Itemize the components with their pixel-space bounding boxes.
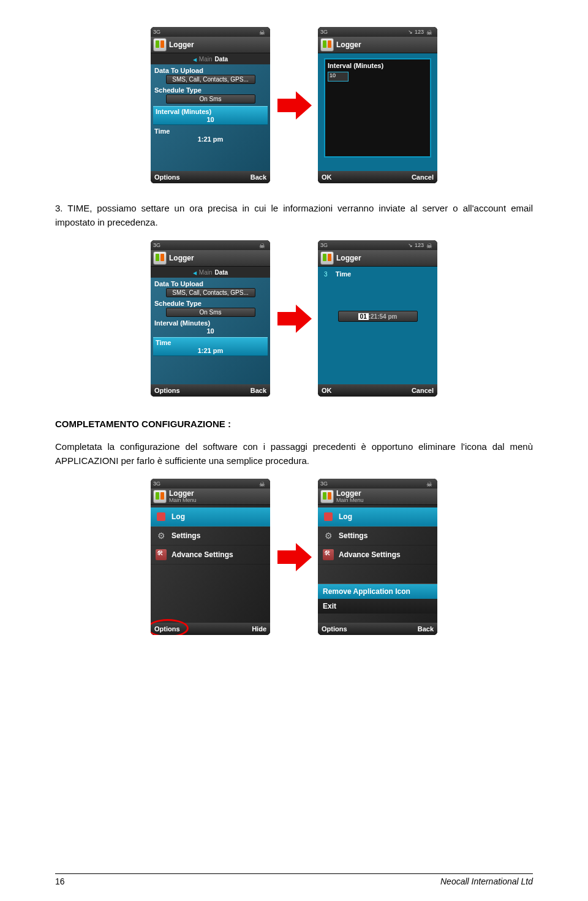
tab-label-data[interactable]: Data	[215, 56, 228, 63]
tab-arrow-left-icon[interactable]	[193, 269, 197, 276]
time-rest: :21:54 pm	[369, 313, 398, 320]
svg-marker-0	[277, 91, 312, 120]
time-editor[interactable]: 01:21:54 pm	[319, 311, 436, 322]
network-indicator: 3G	[320, 479, 328, 489]
softkey-ok[interactable]: OK	[322, 173, 332, 181]
tab-label-main[interactable]: Main	[199, 56, 213, 63]
field-time-selected[interactable]: Time 1:21 pm	[153, 337, 268, 356]
input-mode-indicator: ↘ 123	[408, 240, 424, 250]
value-time: 1:21 pm	[154, 347, 266, 354]
tab-label-main[interactable]: Main	[199, 269, 213, 276]
annotation-circle	[151, 619, 189, 635]
tab-label-data[interactable]: Data	[215, 269, 228, 276]
menu-item-settings[interactable]: Settings	[318, 527, 437, 546]
form-body: Data To Upload SMS, Call, Contacts, GPS.…	[151, 64, 270, 174]
menu-item-advance-settings[interactable]: Advance Settings	[151, 546, 270, 565]
settings-icon	[323, 530, 334, 541]
label-schedule-type: Schedule Type	[153, 86, 268, 94]
annotation-arrow-icon	[275, 301, 313, 336]
status-icon	[426, 28, 434, 35]
log-icon	[323, 511, 334, 522]
app-title: Logger	[169, 41, 194, 48]
network-indicator: 3G	[320, 240, 328, 250]
advance-settings-icon	[156, 549, 167, 560]
section-heading: COMPLETAMENTO CONFIGURAZIONE :	[55, 419, 533, 429]
softkey-cancel[interactable]: Cancel	[412, 387, 434, 394]
value-interval: 10	[154, 116, 266, 123]
softkey-options[interactable]: Options	[154, 173, 180, 181]
app-icon	[320, 490, 334, 503]
softkey-cancel[interactable]: Cancel	[412, 173, 434, 181]
screenshot-c-right: 3G Logger Main Menu Log Settings Advance…	[318, 479, 437, 635]
page-footer: 16 Neocall International Ltd	[55, 873, 533, 886]
advance-settings-icon	[323, 549, 334, 560]
popup-exit[interactable]: Exit	[318, 599, 437, 614]
field-interval-selected[interactable]: Interval (Minutes) 10	[153, 106, 268, 125]
value-data-to-upload[interactable]: SMS, Call, Contacts, GPS...	[166, 75, 255, 84]
paragraph-completion: Completata la configurazione del softwar…	[55, 440, 533, 468]
interval-input[interactable]: 10	[328, 72, 349, 82]
screenshot-a-left: 3G Logger Main Data Data To Upload SMS, …	[151, 27, 270, 183]
paragraph-time-description: 3. TIME, possiamo settare un ora precisa…	[55, 202, 533, 229]
label-schedule-type: Schedule Type	[153, 300, 268, 307]
value-interval: 10	[153, 327, 268, 335]
page-number: 16	[55, 876, 65, 886]
interval-input-editor[interactable]: Interval (Minutes) 10	[324, 58, 431, 158]
title-bar: Logger	[151, 37, 270, 53]
app-title: Logger	[336, 40, 361, 49]
status-icon	[426, 479, 434, 487]
menu-item-log[interactable]: Log	[151, 508, 270, 527]
app-icon	[153, 251, 167, 265]
app-icon	[153, 38, 167, 51]
label-time: Time	[153, 127, 268, 135]
line-index: 3	[324, 271, 328, 278]
menu-item-advance-settings[interactable]: Advance Settings	[318, 546, 437, 565]
value-schedule-type[interactable]: On Sms	[166, 308, 255, 317]
input-mode-indicator: ↘ 123	[408, 27, 424, 37]
title-bar: Logger	[318, 37, 437, 53]
annotation-arrow-icon	[275, 539, 313, 575]
status-bar: 3G ↘ 123	[318, 27, 437, 37]
status-icon	[426, 241, 434, 248]
label-time: Time	[334, 270, 351, 278]
network-indicator: 3G	[153, 27, 160, 37]
label-time: Time	[154, 339, 266, 346]
editor-body: Interval (Minutes) 10	[318, 53, 437, 174]
status-icon	[259, 28, 266, 35]
softkey-back[interactable]: Back	[251, 387, 266, 394]
label-data-to-upload: Data To Upload	[153, 280, 268, 287]
softkey-bar: OK Cancel	[318, 171, 437, 183]
menu-item-log[interactable]: Log	[318, 508, 437, 527]
app-icon	[320, 38, 334, 51]
value-schedule-type[interactable]: On Sms	[166, 94, 255, 104]
app-title: Logger	[169, 490, 197, 497]
app-title: Logger	[336, 490, 364, 497]
screenshot-c-left: 3G Logger Main Menu Log Settings Advance…	[151, 479, 270, 635]
softkey-back[interactable]: Back	[251, 173, 266, 181]
time-hours-selected[interactable]: 01	[358, 313, 369, 320]
tab-bar[interactable]: Main Data	[151, 53, 270, 64]
softkey-hide[interactable]: Hide	[252, 625, 266, 633]
softkey-ok[interactable]: OK	[322, 387, 332, 394]
softkey-options[interactable]: Options	[322, 625, 347, 633]
network-indicator: 3G	[153, 240, 160, 250]
log-icon	[156, 511, 167, 522]
sub-title: Main Menu	[169, 498, 197, 503]
label-data-to-upload: Data To Upload	[153, 67, 268, 74]
tab-arrow-left-icon[interactable]	[193, 56, 197, 63]
app-title: Logger	[336, 254, 361, 262]
status-bar: 3G	[151, 27, 270, 37]
app-icon	[320, 251, 334, 265]
value-data-to-upload[interactable]: SMS, Call, Contacts, GPS...	[166, 288, 255, 297]
status-icon	[259, 479, 266, 487]
menu-item-settings[interactable]: Settings	[151, 527, 270, 546]
annotation-arrow-icon	[275, 88, 313, 123]
softkey-back[interactable]: Back	[418, 625, 434, 633]
softkey-options[interactable]: Options	[154, 387, 180, 394]
editor-label: Interval (Minutes)	[328, 62, 428, 69]
screenshot-b-left: 3G Logger Main Data Data To Upload SMS, …	[151, 240, 270, 397]
screenshot-b-right: 3G↘ 123 Logger 3 Time 01:21:54 pm OKCanc…	[318, 240, 437, 397]
value-time: 1:21 pm	[153, 135, 268, 143]
tab-bar[interactable]: Main Data	[151, 267, 270, 278]
popup-remove-icon[interactable]: Remove Application Icon	[318, 584, 437, 599]
